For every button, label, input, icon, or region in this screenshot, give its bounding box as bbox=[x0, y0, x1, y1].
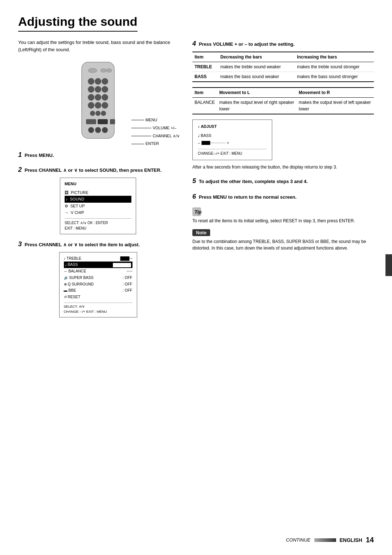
table-row: BASS makes the bass sound weaker makes t… bbox=[192, 72, 374, 82]
continue-arrow bbox=[314, 538, 336, 542]
svg-point-15 bbox=[102, 102, 108, 109]
svg-point-13 bbox=[88, 102, 94, 109]
english-label: ENGLISH bbox=[340, 537, 362, 543]
svg-rect-19 bbox=[86, 119, 96, 124]
step-2: 2 Press CHANNEL ∧ or ∨ to select SOUND, … bbox=[18, 165, 178, 234]
menu-item-sound: ♪SOUND bbox=[65, 196, 131, 203]
sound-menu-box: ♪ TREBLE ████····· ♩ BASS ████████· ↔ BA… bbox=[59, 252, 137, 318]
tip-icon: Tip bbox=[192, 207, 201, 216]
step-3-text: Press CHANNEL ∧ or ∨ to select the item … bbox=[25, 242, 140, 247]
svg-point-9 bbox=[102, 86, 108, 93]
svg-point-11 bbox=[95, 94, 101, 101]
page: Adjusting the sound You can adjust the s… bbox=[0, 0, 392, 555]
page-tab bbox=[385, 254, 392, 276]
menu-item-setup: ⚙SET UP bbox=[65, 203, 131, 210]
svg-rect-20 bbox=[98, 119, 108, 124]
table1-col3: Increasing the bars bbox=[295, 52, 374, 62]
step-4: 4 Press VOLUME + or – to adjust the sett… bbox=[192, 39, 374, 170]
sound-table-1: Item Decreasing the bars Increasing the … bbox=[192, 52, 374, 82]
menu-label: MENU bbox=[146, 117, 157, 124]
left-column: You can adjust the settings for treble s… bbox=[18, 39, 178, 323]
table-row: TREBLE makes the treble sound weaker mak… bbox=[192, 62, 374, 72]
remote-illustration bbox=[74, 60, 122, 140]
svg-point-23 bbox=[95, 127, 101, 133]
table2-col1: Item bbox=[192, 88, 217, 98]
table1-col1: Item bbox=[192, 52, 218, 62]
step-4-text: Press VOLUME + or – to adjust the settin… bbox=[199, 41, 295, 47]
step-3: 3 Press CHANNEL ∧ or ∨ to select the ite… bbox=[18, 239, 178, 318]
table2-col3: Movement to R bbox=[297, 88, 374, 98]
step-1-text: Press MENU. bbox=[25, 153, 54, 158]
note-text: Due to the combination among TREBLE, BAS… bbox=[192, 238, 374, 251]
step-1: 1 Press MENU. bbox=[18, 150, 178, 160]
channel-label: CHANNEL ∧/∨ bbox=[153, 133, 180, 140]
menu-item-picture: 🖼PICTURE bbox=[65, 189, 131, 196]
menu-box-1-title: MENU bbox=[65, 181, 131, 187]
adjust-box: ♪ ADJUST ♩ BASS – ████··················… bbox=[192, 119, 272, 160]
svg-point-14 bbox=[95, 102, 101, 109]
svg-point-4 bbox=[88, 78, 94, 85]
svg-point-2 bbox=[101, 69, 106, 72]
page-title: Adjusting the sound bbox=[18, 15, 374, 32]
tip-box: Tip To reset all the items to its initia… bbox=[192, 207, 374, 224]
continue-text: CONTINUE bbox=[286, 537, 311, 543]
page-footer: CONTINUE ENGLISH 14 bbox=[286, 536, 374, 544]
intro-text: You can adjust the settings for treble s… bbox=[18, 39, 178, 53]
svg-point-5 bbox=[95, 78, 101, 85]
note-box: Note Due to the combination among TREBLE… bbox=[192, 229, 374, 251]
step-5-text: To adjust the other item, complete steps… bbox=[199, 179, 308, 184]
step-5: 5 To adjust the other item, complete ste… bbox=[192, 176, 374, 186]
svg-point-1 bbox=[88, 68, 97, 73]
sound-table-2: Item Movement to L Movement to R BALANCE… bbox=[192, 87, 374, 114]
svg-rect-21 bbox=[110, 119, 115, 124]
table1-col2: Decreasing the bars bbox=[218, 52, 295, 62]
svg-point-12 bbox=[102, 94, 108, 101]
right-column: 4 Press VOLUME + or – to adjust the sett… bbox=[192, 39, 374, 323]
svg-point-7 bbox=[88, 86, 94, 93]
step-6-text: Press MENU to return to the normal scree… bbox=[199, 194, 297, 200]
svg-point-16 bbox=[90, 111, 95, 116]
tip-text: To reset all the items to its initial se… bbox=[192, 218, 374, 224]
page-number: 14 bbox=[366, 536, 374, 544]
svg-point-24 bbox=[102, 127, 108, 133]
svg-point-8 bbox=[95, 86, 101, 93]
table-row: BALANCE makes the output level of right … bbox=[192, 98, 374, 114]
menu-item-vchip: →V CHIP bbox=[65, 209, 131, 216]
volume-label: VOLUME +/– bbox=[153, 125, 176, 132]
enter-label: ENTER bbox=[146, 140, 159, 147]
step-6: 6 Press MENU to return to the normal scr… bbox=[192, 192, 374, 202]
table2-col2: Movement to L bbox=[217, 88, 297, 98]
sound-menu-footer: SELECT: ∧/∨CHANGE: –/+ EXIT : MENU bbox=[64, 303, 132, 315]
svg-point-10 bbox=[88, 94, 94, 101]
adjust-footer: CHANGE:–/+ EXIT : MENU bbox=[198, 149, 267, 156]
svg-point-3 bbox=[106, 69, 112, 72]
note-label: Note bbox=[192, 229, 374, 238]
svg-point-18 bbox=[101, 111, 106, 116]
svg-point-22 bbox=[88, 127, 94, 133]
menu-box-1: MENU 🖼PICTURE ♪SOUND ⚙SET UP →V CHIP SEL bbox=[60, 178, 136, 234]
step-2-text: Press CHANNEL ∧ or ∨ to select SOUND, th… bbox=[25, 167, 162, 173]
svg-point-6 bbox=[102, 78, 108, 85]
menu-box-1-footer: SELECT: ∧/∨ OK : ENTEREXIT : MENU bbox=[65, 218, 131, 231]
svg-point-17 bbox=[95, 111, 101, 116]
after-text: After a few seconds from releasing the b… bbox=[192, 164, 374, 170]
